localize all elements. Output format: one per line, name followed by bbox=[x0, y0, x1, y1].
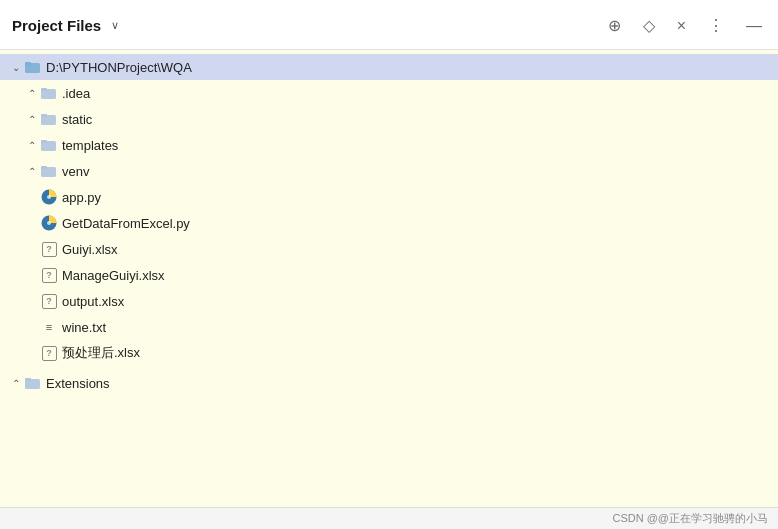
svg-rect-5 bbox=[41, 114, 47, 117]
expand-arrow-extensions[interactable]: ⌃ bbox=[8, 378, 24, 389]
tree-item-wine-txt[interactable]: ⌃ ≡ wine.txt bbox=[0, 314, 778, 340]
idea-label: .idea bbox=[62, 86, 90, 101]
svg-rect-3 bbox=[41, 88, 47, 91]
svg-rect-15 bbox=[25, 378, 31, 381]
svg-rect-1 bbox=[25, 62, 31, 65]
folder-icon-templates bbox=[40, 138, 58, 152]
tree-item-app-py[interactable]: ⌃ app.py bbox=[0, 184, 778, 210]
minimize-icon[interactable]: — bbox=[742, 15, 766, 37]
close-icon[interactable]: × bbox=[673, 15, 690, 37]
sort-icon[interactable]: ◇ bbox=[639, 14, 659, 37]
excel-icon-output: ? bbox=[40, 294, 58, 309]
tree-item-extensions[interactable]: ⌃ Extensions bbox=[0, 370, 778, 396]
header-left: Project Files ∨ bbox=[12, 17, 123, 34]
statusbar: CSDN @@正在学习驰骋的小马 bbox=[0, 507, 778, 529]
header: Project Files ∨ ⊕ ◇ × ⋮ — bbox=[0, 0, 778, 50]
panel-title: Project Files bbox=[12, 17, 101, 34]
more-menu-icon[interactable]: ⋮ bbox=[704, 14, 728, 37]
tree-item-templates[interactable]: ⌃ templates bbox=[0, 132, 778, 158]
extensions-label: Extensions bbox=[46, 376, 110, 391]
header-actions: ⊕ ◇ × ⋮ — bbox=[604, 14, 766, 37]
tree-item-root[interactable]: ⌄ D:\PYTHONProject\WQA bbox=[0, 54, 778, 80]
statusbar-text: CSDN @@正在学习驰骋的小马 bbox=[612, 511, 768, 526]
preprocess-xlsx-label: 预处理后.xlsx bbox=[62, 344, 140, 362]
expand-arrow-venv[interactable]: ⌃ bbox=[24, 166, 40, 177]
manageguiyi-xlsx-label: ManageGuiyi.xlsx bbox=[62, 268, 165, 283]
folder-icon-extensions bbox=[24, 376, 42, 390]
venv-label: venv bbox=[62, 164, 89, 179]
add-icon[interactable]: ⊕ bbox=[604, 14, 625, 37]
folder-icon-idea bbox=[40, 86, 58, 100]
root-label: D:\PYTHONProject\WQA bbox=[46, 60, 192, 75]
tree-item-venv[interactable]: ⌃ venv bbox=[0, 158, 778, 184]
app-py-label: app.py bbox=[62, 190, 101, 205]
tree-item-manageguiyi-xlsx[interactable]: ⌃ ? ManageGuiyi.xlsx bbox=[0, 262, 778, 288]
txt-icon-wine: ≡ bbox=[40, 320, 58, 335]
excel-icon-manageguiyi: ? bbox=[40, 268, 58, 283]
folder-icon-static bbox=[40, 112, 58, 126]
svg-rect-9 bbox=[41, 166, 47, 169]
svg-point-11 bbox=[47, 195, 51, 199]
python-icon-app-py bbox=[40, 189, 58, 205]
excel-icon-preprocess: ? bbox=[40, 346, 58, 361]
chevron-down-icon[interactable]: ∨ bbox=[107, 17, 123, 34]
expand-arrow-idea[interactable]: ⌃ bbox=[24, 88, 40, 99]
svg-rect-7 bbox=[41, 140, 47, 143]
getdata-py-label: GetDataFromExcel.py bbox=[62, 216, 190, 231]
expand-arrow-root[interactable]: ⌄ bbox=[8, 62, 24, 73]
svg-point-13 bbox=[47, 221, 51, 225]
tree-item-static[interactable]: ⌃ static bbox=[0, 106, 778, 132]
tree-item-idea[interactable]: ⌃ .idea bbox=[0, 80, 778, 106]
tree-item-output-xlsx[interactable]: ⌃ ? output.xlsx bbox=[0, 288, 778, 314]
wine-txt-label: wine.txt bbox=[62, 320, 106, 335]
static-label: static bbox=[62, 112, 92, 127]
file-tree: ⌄ D:\PYTHONProject\WQA ⌃ .idea ⌃ bbox=[0, 50, 778, 507]
tree-item-guiyi-xlsx[interactable]: ⌃ ? Guiyi.xlsx bbox=[0, 236, 778, 262]
expand-arrow-static[interactable]: ⌃ bbox=[24, 114, 40, 125]
guiyi-xlsx-label: Guiyi.xlsx bbox=[62, 242, 118, 257]
output-xlsx-label: output.xlsx bbox=[62, 294, 124, 309]
templates-label: templates bbox=[62, 138, 118, 153]
folder-icon-venv bbox=[40, 164, 58, 178]
python-icon-getdata bbox=[40, 215, 58, 231]
excel-icon-guiyi: ? bbox=[40, 242, 58, 257]
tree-item-getdata-py[interactable]: ⌃ GetDataFromExcel.py bbox=[0, 210, 778, 236]
expand-arrow-templates[interactable]: ⌃ bbox=[24, 140, 40, 151]
folder-icon-root bbox=[24, 60, 42, 74]
tree-item-preprocess-xlsx[interactable]: ⌃ ? 预处理后.xlsx bbox=[0, 340, 778, 366]
